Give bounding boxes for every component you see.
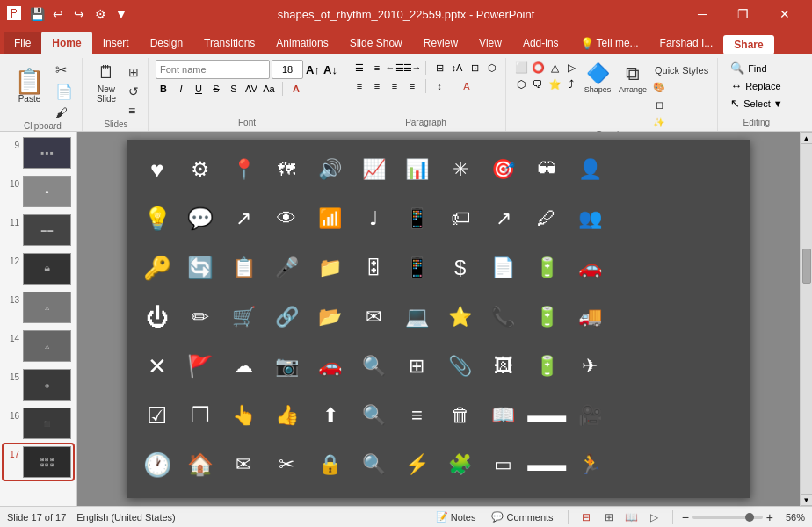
slide-thumb-13[interactable]: 13 ⚠: [4, 290, 73, 325]
underline-button[interactable]: U: [191, 81, 207, 97]
tab-user[interactable]: Farshad I...: [649, 32, 724, 54]
slide-canvas[interactable]: ♥ ⚙ 📍 🗺 🔊 📈 📊 ✳ 🎯 🕶 👤 . . . 💡 💬 ↗ 👁: [127, 140, 750, 498]
select-button[interactable]: ↖ Select ▼: [725, 95, 788, 112]
reading-view-button[interactable]: 📖: [623, 509, 641, 525]
bold-button[interactable]: B: [156, 81, 171, 97]
new-slide-button[interactable]: 🗒 NewSlide: [90, 60, 123, 111]
paste-button[interactable]: 📋 Paste: [9, 60, 50, 112]
shape-cell-3[interactable]: △: [547, 60, 562, 76]
scroll-up-button[interactable]: ▲: [801, 132, 813, 144]
quick-styles-button[interactable]: Quick Styles: [651, 63, 712, 77]
shapes-button[interactable]: 🔷 Shapes: [581, 60, 614, 111]
strikethrough-button[interactable]: S: [208, 81, 224, 97]
scroll-track[interactable]: [801, 144, 812, 494]
shape-cell-4[interactable]: ▷: [563, 60, 579, 76]
arrange-button[interactable]: ⧉ Arrange: [616, 60, 649, 111]
slide-thumb-11[interactable]: 11 ▬ ▬: [4, 213, 73, 248]
slideshow-view-button[interactable]: ▷: [646, 509, 663, 525]
align-text-button[interactable]: ⊡: [467, 60, 482, 76]
restore-button[interactable]: ❐: [723, 0, 764, 28]
increase-indent-button[interactable]: ☰→: [404, 60, 420, 76]
tab-animations[interactable]: Animations: [265, 32, 338, 54]
zoom-level[interactable]: 56%: [777, 512, 805, 523]
columns-button[interactable]: ⊟: [431, 60, 447, 76]
save-button[interactable]: 💾: [28, 5, 46, 23]
scroll-thumb[interactable]: [802, 249, 811, 284]
text-direction-button[interactable]: ↕A: [449, 60, 465, 76]
tab-design[interactable]: Design: [140, 32, 193, 54]
notes-button[interactable]: 📝 Notes: [431, 510, 482, 523]
align-left-button[interactable]: ≡: [352, 78, 367, 94]
slide-layout-button[interactable]: ⊞: [125, 63, 142, 81]
share-button[interactable]: Share: [723, 35, 773, 54]
shape-outline-button[interactable]: ◻: [651, 97, 667, 112]
shape-effects-button[interactable]: ✨: [651, 114, 667, 130]
close-button[interactable]: ✕: [765, 0, 805, 28]
font-color-button[interactable]: A: [288, 81, 304, 97]
slide-thumb-16[interactable]: 16 ⬛: [4, 406, 73, 441]
dropdown-button[interactable]: ▼: [112, 5, 130, 23]
tab-review[interactable]: Review: [413, 32, 468, 54]
format-painter-button[interactable]: 🖌: [52, 104, 76, 121]
shape-cell-2[interactable]: ⭕: [530, 60, 546, 76]
tab-slideshow[interactable]: Slide Show: [339, 32, 413, 54]
vertical-scrollbar[interactable]: ▲ ▼: [800, 132, 812, 506]
customize-button[interactable]: ⚙: [91, 5, 109, 23]
slide-panel[interactable]: 9 ■ ■ ■ 10 ▲ 11 ▬ ▬ 12 🏔 13 ⚠: [0, 132, 77, 506]
shape-fill-button[interactable]: 🎨: [651, 79, 667, 95]
zoom-in-button[interactable]: +: [766, 510, 773, 524]
slide-thumb-15[interactable]: 15 ◉: [4, 367, 73, 402]
smartart-button[interactable]: ⬡: [484, 60, 500, 76]
reset-button[interactable]: ↺: [125, 83, 142, 100]
increase-font-button[interactable]: A↑: [305, 61, 321, 77]
slide-thumb-12[interactable]: 12 🏔: [4, 251, 73, 286]
font-color2-button[interactable]: A: [459, 78, 475, 94]
replace-button[interactable]: ↔ Replace: [725, 77, 788, 94]
shape-cell-8[interactable]: ⤴: [563, 76, 579, 92]
slide-thumb-9[interactable]: 9 ■ ■ ■: [4, 135, 73, 170]
decrease-indent-button[interactable]: ←☰: [387, 60, 402, 76]
shape-cell-6[interactable]: 🗨: [530, 76, 546, 92]
shape-cell-7[interactable]: ⭐: [547, 76, 562, 92]
change-case-button[interactable]: Aa: [261, 81, 277, 97]
tab-view[interactable]: View: [468, 32, 512, 54]
zoom-out-button[interactable]: −: [682, 510, 689, 524]
slide-thumb-17[interactable]: 17 ⊞ ⊞ ⊞⊞ ⊞ ⊞: [4, 444, 73, 480]
slide-sorter-button[interactable]: ⊞: [600, 509, 618, 525]
cut-button[interactable]: ✂: [52, 60, 76, 80]
tab-transitions[interactable]: Transitions: [193, 32, 265, 54]
font-name-input[interactable]: [156, 60, 270, 79]
tab-addins[interactable]: Add-ins: [512, 32, 569, 54]
numbering-button[interactable]: ≡: [369, 60, 385, 76]
align-right-button[interactable]: ≡: [387, 78, 402, 94]
find-button[interactable]: 🔍 Find: [725, 60, 788, 76]
shape-cell-1[interactable]: ⬜: [513, 60, 529, 76]
copy-button[interactable]: 📄: [52, 82, 76, 102]
char-spacing-button[interactable]: AV: [243, 81, 259, 97]
normal-view-button[interactable]: ⊟: [577, 509, 595, 525]
bullets-button[interactable]: ☰: [352, 60, 367, 76]
align-center-button[interactable]: ≡: [369, 78, 385, 94]
tab-file[interactable]: File: [4, 32, 41, 54]
tab-insert[interactable]: Insert: [92, 32, 140, 54]
minimize-button[interactable]: ─: [682, 0, 722, 28]
tab-tellme[interactable]: 💡Tell me...: [569, 32, 649, 54]
zoom-slider-thumb[interactable]: [745, 513, 754, 522]
section-button[interactable]: ≡: [125, 102, 142, 119]
justify-button[interactable]: ≡: [404, 78, 420, 94]
tab-home[interactable]: Home: [41, 32, 91, 54]
slide-thumb-14[interactable]: 14 ⚠: [4, 328, 73, 364]
status-bar: Slide 17 of 17 English (United States) 📝…: [0, 506, 812, 527]
font-size-input[interactable]: [272, 60, 303, 79]
undo-button[interactable]: ↩: [49, 5, 67, 23]
shadow-button[interactable]: S: [226, 81, 242, 97]
italic-button[interactable]: I: [173, 81, 189, 97]
redo-button[interactable]: ↪: [70, 5, 88, 23]
scroll-down-button[interactable]: ▼: [801, 494, 813, 506]
shape-cell-5[interactable]: ⬡: [513, 76, 529, 92]
comments-button[interactable]: 💬 Comments: [486, 510, 558, 523]
zoom-slider[interactable]: [692, 516, 763, 519]
decrease-font-button[interactable]: A↓: [323, 61, 338, 77]
line-spacing-button[interactable]: ↕: [431, 78, 447, 94]
slide-thumb-10[interactable]: 10 ▲: [4, 174, 73, 209]
